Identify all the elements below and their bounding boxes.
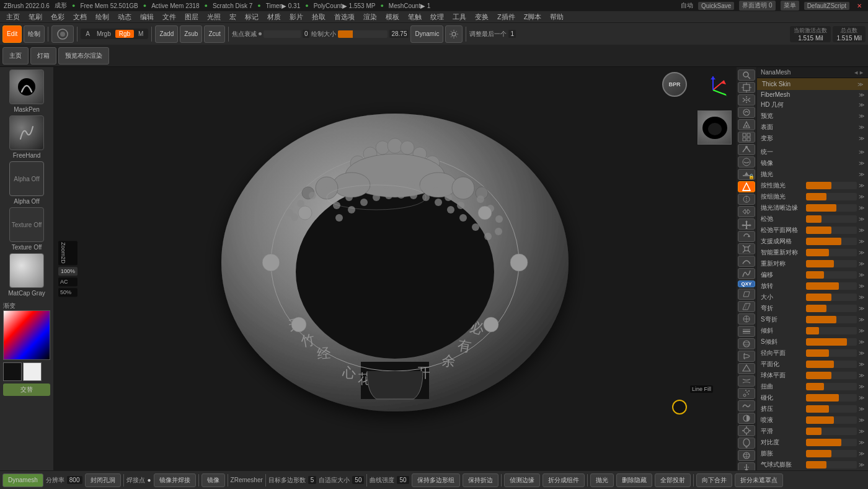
thick-skin-item[interactable]: Thick Skin ≫: [757, 78, 868, 90]
local-icon-btn[interactable]: [738, 119, 755, 130]
prop-slider-j[interactable]: [806, 282, 857, 290]
prop-slider-z[interactable]: [806, 461, 857, 469]
tool-texture[interactable]: Texture Off Texture Off: [2, 207, 51, 251]
curve-value[interactable]: 50: [397, 476, 409, 484]
prop-slider-b[interactable]: [806, 193, 857, 200]
channel-a-btn[interactable]: A: [83, 30, 92, 38]
menu-movie[interactable]: 影片: [286, 12, 307, 22]
edit-button[interactable]: Edit: [2, 25, 22, 43]
default-script[interactable]: DefaultZScript: [804, 2, 849, 10]
ac50-btn[interactable]: AC: [58, 277, 78, 286]
hide-btn[interactable]: 删除隐藏: [616, 473, 652, 487]
prop-slider-k[interactable]: [806, 294, 857, 301]
polish3-item[interactable]: 抛光 ≫: [757, 169, 868, 180]
prop-slider-x[interactable]: [806, 439, 857, 446]
prop-slider-h[interactable]: [806, 260, 857, 267]
keep-groups-btn[interactable]: 保持多边形组: [412, 473, 460, 487]
draw-button[interactable]: 绘制: [24, 25, 45, 43]
groups-icon-btn[interactable]: [738, 132, 755, 143]
mirror-icon-btn[interactable]: [738, 94, 755, 105]
prop-slider-q[interactable]: [806, 361, 857, 368]
menu-file[interactable]: 文件: [159, 12, 180, 22]
settings-btn[interactable]: [445, 25, 463, 43]
drawsize-slider[interactable]: [338, 30, 388, 38]
keep-edges-btn[interactable]: 保持折边: [463, 473, 498, 487]
polish-icon-btn[interactable]: [738, 107, 755, 118]
tool-maskpen[interactable]: MaskPen: [2, 70, 51, 113]
tool-freehand[interactable]: FreeHand: [2, 115, 51, 159]
skew-btn[interactable]: [738, 289, 755, 300]
sphere-plane-btn[interactable]: [738, 338, 755, 349]
smart-symmetry-btn[interactable]: [738, 194, 755, 205]
edge-icon-btn[interactable]: [738, 144, 755, 155]
channel-m-btn[interactable]: M: [136, 30, 146, 38]
preview-item[interactable]: 预览 ≫: [757, 110, 868, 122]
viewport[interactable]: 天 竹 经 心 花 必 有 余 开: [53, 67, 737, 470]
foreground-color[interactable]: [3, 362, 22, 381]
menu-brush[interactable]: 笔刷: [25, 12, 46, 22]
move-btn[interactable]: [738, 218, 755, 230]
prop-slider-f[interactable]: [806, 238, 857, 245]
menu-template[interactable]: 模板: [382, 12, 403, 22]
menu-prefs[interactable]: 首选项: [330, 12, 358, 22]
switch-colors-btn[interactable]: 交替: [3, 384, 50, 396]
menu-render[interactable]: 渲染: [360, 12, 381, 22]
hd-geo-item[interactable]: HD 几何 ≫: [757, 99, 868, 110]
zcut-btn[interactable]: Zcut: [204, 25, 224, 43]
mirror-btn[interactable]: 镜像: [202, 473, 225, 487]
menu-material[interactable]: 材质: [264, 12, 285, 22]
menu-btn[interactable]: 菜单: [781, 1, 799, 11]
zoom2d-label[interactable]: Zoom2D: [58, 241, 78, 265]
menu-zscript[interactable]: Z脚本: [520, 12, 546, 22]
prop-slider-r[interactable]: [806, 372, 857, 379]
menu-help[interactable]: 帮助: [546, 12, 567, 22]
prop-slider-a[interactable]: [806, 182, 857, 189]
prop-slider-y[interactable]: [806, 450, 857, 457]
prop-slider-d[interactable]: [806, 215, 857, 223]
symmetry-btn[interactable]: [738, 206, 755, 217]
menu-color[interactable]: 色彩: [47, 12, 68, 22]
prop-slider-n[interactable]: [806, 327, 857, 334]
polish-btn[interactable]: 抛光: [590, 473, 614, 487]
zoom-value[interactable]: 100%: [58, 267, 78, 276]
menu-zplugin[interactable]: Z插件: [494, 12, 519, 22]
radial-plane-btn[interactable]: [738, 313, 755, 325]
menu-home[interactable]: 主页: [2, 12, 24, 22]
menu-layer[interactable]: 图层: [181, 12, 202, 22]
close-btn[interactable]: ✕: [854, 2, 864, 9]
inflate-btn[interactable]: [738, 425, 755, 436]
detect-edges-btn[interactable]: 侦测边缘: [504, 473, 540, 487]
unify-icon-btn[interactable]: [738, 82, 755, 93]
sbend-btn[interactable]: [738, 268, 755, 279]
model-thumbnail[interactable]: [698, 110, 732, 145]
down-merge-btn[interactable]: 向下合并: [696, 473, 732, 487]
color-picker[interactable]: [3, 310, 50, 360]
tool-alpha[interactable]: Alpha Off Alpha Off: [2, 161, 51, 205]
quick-tab-preview[interactable]: 预览布尔渲染: [58, 47, 109, 65]
prop-slider-i[interactable]: [806, 271, 857, 279]
smooth-btn[interactable]: [738, 400, 755, 411]
prop-slider-c[interactable]: [806, 204, 857, 212]
unify-item[interactable]: 统一 ≫: [757, 146, 868, 158]
relax-icon-btn[interactable]: [738, 156, 755, 168]
mirror-weld-btn[interactable]: 镜像并焊接: [154, 473, 196, 487]
support-mesh-btn[interactable]: [738, 181, 755, 192]
quick-tab-home[interactable]: 主页: [2, 47, 29, 65]
dynamic-btn[interactable]: Dynamic: [410, 25, 443, 43]
menu-texture[interactable]: 纹理: [427, 12, 448, 22]
resolution-value[interactable]: 800: [67, 476, 82, 484]
all-proj-btn[interactable]: 全部投射: [655, 473, 691, 487]
background-color[interactable]: [23, 362, 42, 381]
tool-matcap[interactable]: MatCap Gray: [2, 253, 51, 297]
scale-btn[interactable]: [738, 243, 755, 254]
dynamesh-btn[interactable]: Dynamesh: [2, 473, 43, 487]
prop-slider-v[interactable]: [806, 416, 857, 424]
menu-pick[interactable]: 拾取: [308, 12, 329, 22]
menu-marker[interactable]: 标记: [241, 12, 262, 22]
prop-slider-e[interactable]: [806, 227, 857, 234]
ui-transparency[interactable]: 界面透明 0: [739, 1, 775, 11]
bpr-button[interactable]: BPR: [662, 72, 687, 97]
seal-holes-btn[interactable]: 封闭孔洞: [85, 473, 121, 487]
brush-icon-btn[interactable]: [51, 25, 74, 43]
menu-edit[interactable]: 编辑: [136, 12, 157, 22]
